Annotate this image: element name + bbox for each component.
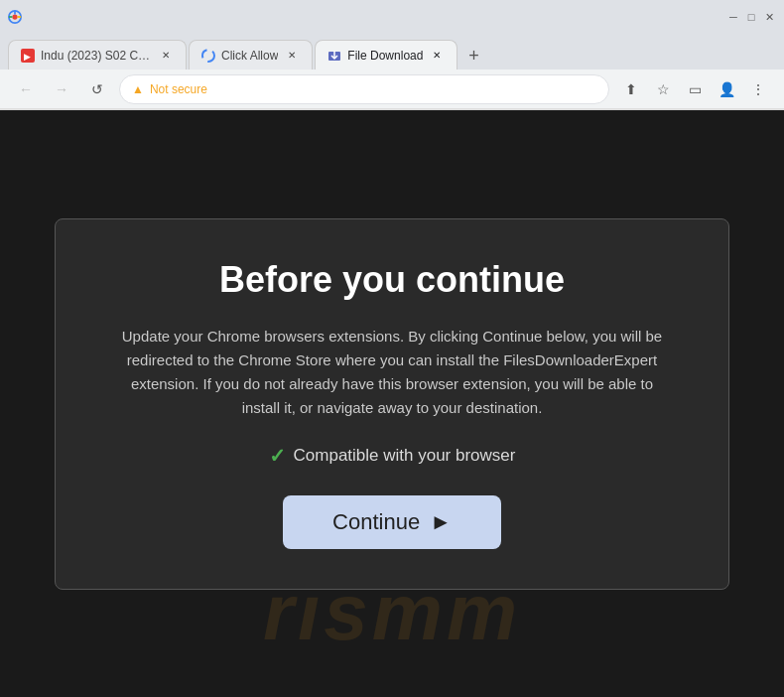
profile-button[interactable]: 👤 bbox=[713, 75, 740, 103]
chrome-logo bbox=[8, 10, 22, 24]
tab1-favicon: ▶ bbox=[21, 49, 35, 63]
check-icon: ✓ bbox=[269, 444, 286, 468]
browser-chrome: ─ □ ✕ ▶ Indu (2023) S02 Complete... ✕ Cl… bbox=[0, 0, 784, 110]
tab2-favicon bbox=[201, 49, 215, 63]
url-bar[interactable]: ▲ Not secure bbox=[119, 74, 609, 104]
title-bar: ─ □ ✕ bbox=[0, 0, 784, 34]
forward-button[interactable]: → bbox=[48, 75, 75, 103]
address-bar: ← → ↺ ▲ Not secure ⬆ ☆ ▭ 👤 ⋮ bbox=[0, 70, 784, 109]
security-warning-icon: ▲ bbox=[132, 82, 144, 96]
refresh-button[interactable]: ↺ bbox=[83, 75, 111, 103]
compatible-label: Compatible with your browser bbox=[294, 446, 516, 466]
tab-3[interactable]: File Download ✕ bbox=[315, 40, 457, 70]
toolbar-actions: ⬆ ☆ ▭ 👤 ⋮ bbox=[617, 75, 772, 103]
menu-button[interactable]: ⋮ bbox=[744, 75, 772, 103]
close-button[interactable]: ✕ bbox=[762, 10, 776, 24]
continue-label: Continue bbox=[332, 509, 420, 535]
page-content: rismm Before you continue Update your Ch… bbox=[0, 110, 784, 697]
maximize-button[interactable]: □ bbox=[744, 10, 758, 24]
tab-2[interactable]: Click Allow ✕ bbox=[189, 40, 313, 70]
tab2-close[interactable]: ✕ bbox=[284, 48, 300, 64]
back-button[interactable]: ← bbox=[12, 75, 40, 103]
tab2-label: Click Allow bbox=[221, 49, 278, 63]
sidebar-button[interactable]: ▭ bbox=[681, 75, 709, 103]
compatible-row: ✓ Compatible with your browser bbox=[115, 444, 669, 468]
tab3-close[interactable]: ✕ bbox=[429, 48, 445, 64]
bookmark-button[interactable]: ☆ bbox=[649, 75, 677, 103]
share-button[interactable]: ⬆ bbox=[617, 75, 645, 103]
tab-1[interactable]: ▶ Indu (2023) S02 Complete... ✕ bbox=[8, 40, 187, 70]
tabs-bar: ▶ Indu (2023) S02 Complete... ✕ Click Al… bbox=[0, 34, 784, 70]
tab1-close[interactable]: ✕ bbox=[158, 48, 174, 64]
new-tab-button[interactable]: + bbox=[459, 42, 487, 70]
window-controls: ─ □ ✕ bbox=[726, 10, 776, 24]
continue-button[interactable]: Continue ► bbox=[283, 495, 501, 549]
svg-text:▶: ▶ bbox=[24, 52, 31, 62]
dialog-body: Update your Chrome browsers extensions. … bbox=[115, 325, 669, 420]
security-warning-label: Not secure bbox=[150, 82, 207, 96]
tab3-favicon bbox=[327, 49, 341, 63]
svg-point-4 bbox=[202, 50, 214, 62]
dialog-box: Before you continue Update your Chrome b… bbox=[55, 218, 729, 590]
dialog-title: Before you continue bbox=[115, 259, 669, 301]
continue-arrow-icon: ► bbox=[430, 509, 452, 535]
svg-point-1 bbox=[12, 14, 17, 19]
tab3-label: File Download bbox=[347, 49, 423, 63]
minimize-button[interactable]: ─ bbox=[726, 10, 740, 24]
tab1-label: Indu (2023) S02 Complete... bbox=[41, 49, 152, 63]
